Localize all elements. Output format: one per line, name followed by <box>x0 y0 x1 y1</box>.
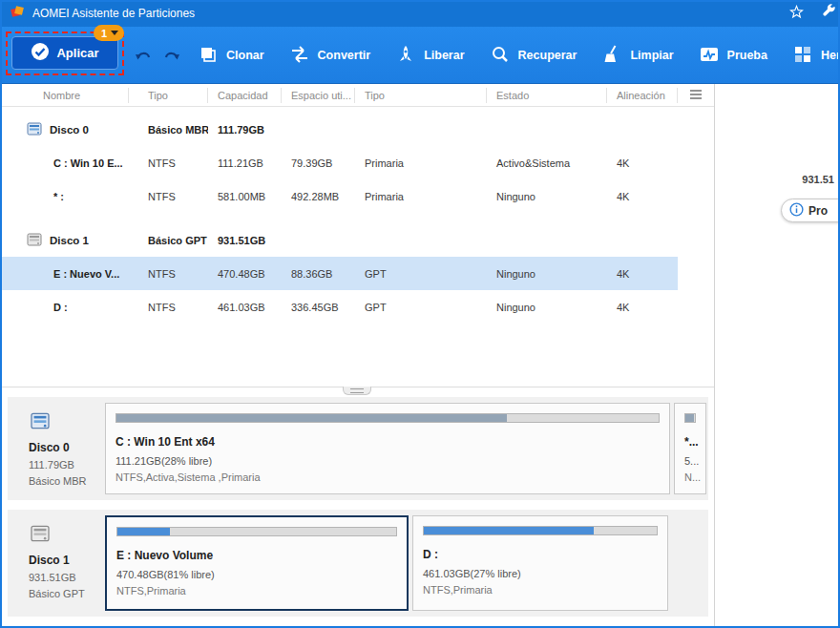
disk-capacity: 111.79GB <box>208 124 282 136</box>
check-circle-icon <box>31 42 50 64</box>
table-row-partition-star[interactable]: * : NTFS 581.00MB 492.28MB Primaria Ning… <box>0 179 714 213</box>
convert-button[interactable]: Convertir <box>277 27 384 84</box>
usage-bar-fill <box>424 527 594 534</box>
partition-capacity: 461.03GB <box>208 302 282 313</box>
usage-bar-fill <box>116 414 507 422</box>
table-header: Nombre Tipo Capacidad Espacio uti... Tip… <box>0 84 714 107</box>
partition-block-d[interactable]: D : 461.03GB(27% libre) NTFS,Primaria <box>412 515 668 611</box>
wrench-icon[interactable] <box>821 4 838 23</box>
free-up-button[interactable]: Liberar <box>383 27 476 84</box>
disk-map: Disco 0 111.79GB Básico MBR C : Win 10 E… <box>0 387 714 628</box>
disk-type: Básico GPT <box>129 235 208 246</box>
recover-label: Recuperar <box>518 49 578 62</box>
partition-alignment: 4K <box>607 302 678 313</box>
waveform-icon <box>699 44 720 68</box>
partition-name: E : Nuevo V... <box>0 268 129 280</box>
disk-icon <box>29 416 52 432</box>
table-row-partition-c[interactable]: C : Win 10 E... NTFS 111.21GB 79.39GB Pr… <box>0 146 714 179</box>
partition-block-reserved[interactable]: *... 5... N... <box>674 403 706 494</box>
clone-icon <box>198 44 219 68</box>
column-settings-icon[interactable] <box>678 88 714 103</box>
apply-button[interactable]: Aplicar <box>11 36 118 70</box>
partition-fs: NTFS <box>129 268 208 280</box>
favorite-star-icon[interactable] <box>789 5 804 23</box>
partition-name: D : <box>423 548 658 561</box>
disk-style: Básico GPT <box>29 588 103 599</box>
disk-icon <box>29 529 52 545</box>
col-header-estado: Estado <box>487 88 607 103</box>
partition-status: Ninguno <box>487 191 607 202</box>
partition-used: 492.28MB <box>282 191 355 202</box>
col-header-tipo2: Tipo <box>355 88 487 103</box>
partition-size-info: 5... <box>684 455 696 467</box>
selected-disk-capacity: 931.51 <box>802 174 834 185</box>
partition-name: *... <box>684 435 696 449</box>
splitter-collapse-handle[interactable] <box>343 387 371 395</box>
table-row-partition-e-selected[interactable]: E : Nuevo V... NTFS 470.48GB 88.36GB GPT… <box>0 257 714 290</box>
partition-name: * : <box>0 191 129 202</box>
disk-name-label: Disco 1 <box>50 235 89 246</box>
tools-button[interactable]: Herramient <box>780 27 840 84</box>
table-row-disk1[interactable]: Disco 1 Básico GPT 931.51GB <box>0 223 714 257</box>
magnifier-icon <box>490 44 511 68</box>
partition-fs: NTFS <box>129 191 208 202</box>
partition-block-c[interactable]: C : Win 10 Ent x64 111.21GB(28% libre) N… <box>105 403 670 494</box>
partition-name: E : Nuevo Volume <box>116 549 397 562</box>
toolbar-buttons: Clonar Convertir Liberar <box>185 27 840 84</box>
disk-style: Básico MBR <box>29 475 103 487</box>
disk0-info[interactable]: Disco 0 111.79GB Básico MBR <box>8 397 103 500</box>
badge-dropdown-icon <box>111 31 118 35</box>
partition-block-e-selected[interactable]: E : Nuevo Volume 470.48GB(81% libre) NTF… <box>105 515 409 611</box>
rocket-icon <box>395 44 416 68</box>
disk-capacity: 931.51GB <box>29 572 103 583</box>
titlebar: AOMEI Asistente de Particiones <box>0 0 840 27</box>
pending-operations-count: 1 <box>101 28 107 39</box>
partition-status: Ninguno <box>487 268 607 280</box>
partition-fs-info: NTFS,Primaria <box>116 585 397 597</box>
partition-capacity: 111.21GB <box>208 157 282 169</box>
apply-highlight-outline: Aplicar 1 <box>6 31 124 75</box>
col-header-tipo: Tipo <box>129 88 208 103</box>
table-row-partition-d[interactable]: D : NTFS 461.03GB 336.45GB GPT Ninguno 4… <box>0 290 714 324</box>
clone-button[interactable]: Clonar <box>185 27 277 84</box>
partition-type: GPT <box>355 302 487 313</box>
clean-button[interactable]: Limpiar <box>589 27 685 84</box>
partition-alignment: 4K <box>607 268 678 280</box>
properties-button[interactable]: Pro <box>781 199 840 222</box>
side-panel: 931.51 Pro <box>714 84 840 628</box>
recover-button[interactable]: Recuperar <box>477 27 590 84</box>
usage-bar <box>116 527 397 536</box>
col-header-espacio: Espacio uti... <box>282 88 355 103</box>
disk-name: Disco 0 <box>29 441 103 454</box>
broom-icon <box>601 44 622 68</box>
test-label: Prueba <box>727 49 767 62</box>
col-header-nombre: Nombre <box>0 88 129 103</box>
partition-fs: NTFS <box>129 302 208 313</box>
disk-type: Básico MBR <box>129 124 208 136</box>
free-up-label: Liberar <box>424 49 464 62</box>
tools-label: Herramient <box>821 49 840 62</box>
partition-name: C : Win 10 Ent x64 <box>116 435 660 449</box>
partition-used: 79.39GB <box>282 157 355 169</box>
disk-capacity: 931.51GB <box>208 235 282 246</box>
partition-used: 336.45GB <box>282 302 355 313</box>
disk1-info[interactable]: Disco 1 931.51GB Básico GPT <box>8 510 103 617</box>
usage-bar <box>684 413 696 423</box>
undo-button[interactable] <box>134 46 153 65</box>
disk-map-row-disk0: Disco 0 111.79GB Básico MBR C : Win 10 E… <box>8 397 708 500</box>
window-title: AOMEI Asistente de Particiones <box>32 7 195 20</box>
redo-button[interactable] <box>162 46 181 65</box>
table-row-disk0[interactable]: Disco 0 Básico MBR 111.79GB <box>0 113 714 146</box>
partition-used: 88.36GB <box>282 268 355 280</box>
partition-alignment: 4K <box>607 157 678 169</box>
partition-fs: NTFS <box>129 157 208 169</box>
disk-icon <box>27 233 42 248</box>
partition-fs-info: N... <box>684 471 696 483</box>
pending-operations-badge[interactable]: 1 <box>94 25 124 41</box>
toolbar: Aplicar 1 <box>0 27 840 84</box>
partition-name: D : <box>0 302 129 313</box>
test-button[interactable]: Prueba <box>686 27 780 84</box>
partition-size-info: 470.48GB(81% libre) <box>116 569 397 580</box>
app-logo-icon <box>10 4 25 23</box>
partition-type: Primaria <box>355 191 487 202</box>
